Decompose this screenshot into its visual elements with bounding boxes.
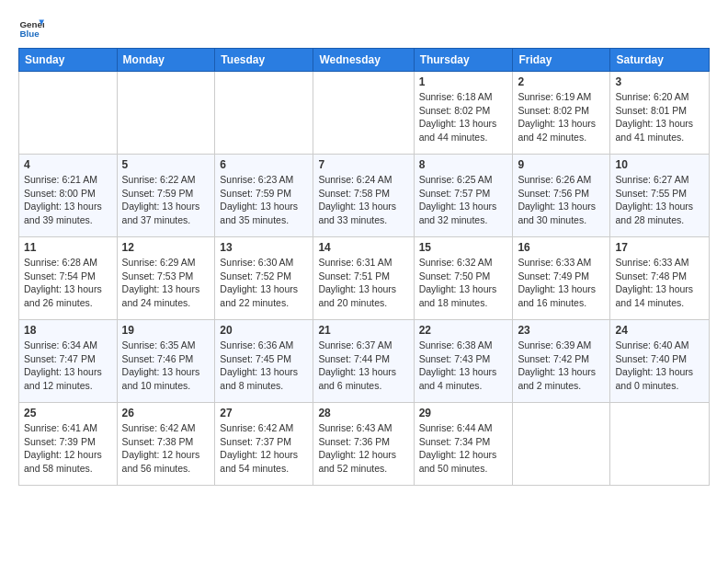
weekday-tuesday: Tuesday	[215, 49, 313, 72]
calendar-cell: 13Sunrise: 6:30 AM Sunset: 7:52 PM Dayli…	[215, 237, 313, 320]
day-detail: Sunrise: 6:30 AM Sunset: 7:52 PM Dayligh…	[220, 256, 308, 310]
calendar-cell: 8Sunrise: 6:25 AM Sunset: 7:57 PM Daylig…	[414, 155, 513, 237]
logo-icon: General Blue	[18, 15, 44, 40]
calendar-cell: 12Sunrise: 6:29 AM Sunset: 7:53 PM Dayli…	[117, 237, 215, 320]
day-detail: Sunrise: 6:37 AM Sunset: 7:44 PM Dayligh…	[318, 339, 408, 393]
day-detail: Sunrise: 6:40 AM Sunset: 7:40 PM Dayligh…	[615, 339, 704, 393]
day-detail: Sunrise: 6:35 AM Sunset: 7:46 PM Dayligh…	[122, 339, 210, 393]
weekday-header-row: SundayMondayTuesdayWednesdayThursdayFrid…	[19, 49, 710, 72]
calendar-cell: 3Sunrise: 6:20 AM Sunset: 8:01 PM Daylig…	[610, 72, 710, 155]
weekday-friday: Friday	[513, 49, 610, 72]
calendar-cell: 23Sunrise: 6:39 AM Sunset: 7:42 PM Dayli…	[513, 320, 610, 403]
calendar-cell	[513, 403, 610, 486]
page-header: General Blue	[18, 15, 710, 40]
calendar-cell	[117, 72, 215, 155]
day-number: 4	[24, 158, 112, 171]
day-number: 17	[615, 241, 704, 254]
calendar-cell: 29Sunrise: 6:44 AM Sunset: 7:34 PM Dayli…	[414, 403, 513, 486]
day-detail: Sunrise: 6:38 AM Sunset: 7:43 PM Dayligh…	[419, 339, 508, 393]
calendar-cell: 9Sunrise: 6:26 AM Sunset: 7:56 PM Daylig…	[513, 155, 610, 237]
calendar-table: SundayMondayTuesdayWednesdayThursdayFrid…	[18, 48, 710, 486]
calendar-cell: 10Sunrise: 6:27 AM Sunset: 7:55 PM Dayli…	[610, 155, 710, 237]
calendar-cell: 6Sunrise: 6:23 AM Sunset: 7:59 PM Daylig…	[215, 155, 313, 237]
day-detail: Sunrise: 6:24 AM Sunset: 7:58 PM Dayligh…	[318, 173, 408, 227]
day-number: 24	[615, 324, 704, 337]
day-number: 23	[518, 324, 605, 337]
day-number: 13	[220, 241, 308, 254]
weekday-monday: Monday	[117, 49, 215, 72]
calendar-week-3: 18Sunrise: 6:34 AM Sunset: 7:47 PM Dayli…	[19, 320, 710, 403]
day-number: 11	[24, 241, 112, 254]
day-number: 20	[220, 324, 308, 337]
day-detail: Sunrise: 6:43 AM Sunset: 7:36 PM Dayligh…	[318, 421, 408, 476]
weekday-saturday: Saturday	[610, 49, 710, 72]
calendar-week-1: 4Sunrise: 6:21 AM Sunset: 8:00 PM Daylig…	[19, 155, 710, 237]
calendar-cell: 27Sunrise: 6:42 AM Sunset: 7:37 PM Dayli…	[215, 403, 313, 486]
day-number: 28	[318, 407, 408, 419]
calendar-header: SundayMondayTuesdayWednesdayThursdayFrid…	[19, 49, 710, 72]
weekday-sunday: Sunday	[19, 49, 118, 72]
day-detail: Sunrise: 6:18 AM Sunset: 8:02 PM Dayligh…	[419, 90, 508, 144]
logo: General Blue	[18, 15, 48, 40]
calendar-cell: 1Sunrise: 6:18 AM Sunset: 8:02 PM Daylig…	[414, 72, 513, 155]
day-number: 29	[419, 407, 508, 419]
calendar-cell	[313, 72, 414, 155]
day-detail: Sunrise: 6:22 AM Sunset: 7:59 PM Dayligh…	[122, 173, 210, 227]
calendar-cell: 14Sunrise: 6:31 AM Sunset: 7:51 PM Dayli…	[313, 237, 414, 320]
day-number: 21	[318, 324, 408, 337]
day-number: 5	[122, 158, 210, 171]
day-number: 1	[419, 75, 508, 88]
calendar-cell: 18Sunrise: 6:34 AM Sunset: 7:47 PM Dayli…	[19, 320, 118, 403]
day-detail: Sunrise: 6:34 AM Sunset: 7:47 PM Dayligh…	[24, 339, 112, 393]
day-number: 12	[122, 241, 210, 254]
calendar-cell: 7Sunrise: 6:24 AM Sunset: 7:58 PM Daylig…	[313, 155, 414, 237]
day-number: 2	[518, 75, 605, 88]
day-detail: Sunrise: 6:41 AM Sunset: 7:39 PM Dayligh…	[24, 421, 112, 476]
calendar-week-4: 25Sunrise: 6:41 AM Sunset: 7:39 PM Dayli…	[19, 403, 710, 486]
calendar-cell: 21Sunrise: 6:37 AM Sunset: 7:44 PM Dayli…	[313, 320, 414, 403]
weekday-thursday: Thursday	[414, 49, 513, 72]
calendar-cell: 17Sunrise: 6:33 AM Sunset: 7:48 PM Dayli…	[610, 237, 710, 320]
day-detail: Sunrise: 6:20 AM Sunset: 8:01 PM Dayligh…	[615, 90, 704, 144]
svg-text:Blue: Blue	[19, 29, 40, 39]
day-number: 26	[122, 407, 210, 419]
day-detail: Sunrise: 6:44 AM Sunset: 7:34 PM Dayligh…	[419, 421, 508, 476]
calendar-cell: 20Sunrise: 6:36 AM Sunset: 7:45 PM Dayli…	[215, 320, 313, 403]
calendar-cell	[610, 403, 710, 486]
day-detail: Sunrise: 6:42 AM Sunset: 7:38 PM Dayligh…	[122, 421, 210, 476]
day-detail: Sunrise: 6:33 AM Sunset: 7:49 PM Dayligh…	[518, 256, 605, 310]
day-number: 15	[419, 241, 508, 254]
calendar-cell: 24Sunrise: 6:40 AM Sunset: 7:40 PM Dayli…	[610, 320, 710, 403]
day-detail: Sunrise: 6:29 AM Sunset: 7:53 PM Dayligh…	[122, 256, 210, 310]
day-detail: Sunrise: 6:21 AM Sunset: 8:00 PM Dayligh…	[24, 173, 112, 227]
day-number: 19	[122, 324, 210, 337]
day-number: 6	[220, 158, 308, 171]
day-number: 14	[318, 241, 408, 254]
calendar-cell: 22Sunrise: 6:38 AM Sunset: 7:43 PM Dayli…	[414, 320, 513, 403]
calendar-cell	[19, 72, 118, 155]
day-number: 7	[318, 158, 408, 171]
calendar-cell: 4Sunrise: 6:21 AM Sunset: 8:00 PM Daylig…	[19, 155, 118, 237]
calendar-cell: 15Sunrise: 6:32 AM Sunset: 7:50 PM Dayli…	[414, 237, 513, 320]
day-detail: Sunrise: 6:39 AM Sunset: 7:42 PM Dayligh…	[518, 339, 605, 393]
calendar-week-0: 1Sunrise: 6:18 AM Sunset: 8:02 PM Daylig…	[19, 72, 710, 155]
day-number: 10	[615, 158, 704, 171]
calendar-week-2: 11Sunrise: 6:28 AM Sunset: 7:54 PM Dayli…	[19, 237, 710, 320]
day-detail: Sunrise: 6:33 AM Sunset: 7:48 PM Dayligh…	[615, 256, 704, 310]
calendar-cell: 28Sunrise: 6:43 AM Sunset: 7:36 PM Dayli…	[313, 403, 414, 486]
day-number: 27	[220, 407, 308, 419]
day-detail: Sunrise: 6:32 AM Sunset: 7:50 PM Dayligh…	[419, 256, 508, 310]
day-number: 22	[419, 324, 508, 337]
day-number: 8	[419, 158, 508, 171]
day-number: 16	[518, 241, 605, 254]
day-detail: Sunrise: 6:26 AM Sunset: 7:56 PM Dayligh…	[518, 173, 605, 227]
day-number: 9	[518, 158, 605, 171]
day-detail: Sunrise: 6:27 AM Sunset: 7:55 PM Dayligh…	[615, 173, 704, 227]
calendar-cell: 25Sunrise: 6:41 AM Sunset: 7:39 PM Dayli…	[19, 403, 118, 486]
calendar-cell: 19Sunrise: 6:35 AM Sunset: 7:46 PM Dayli…	[117, 320, 215, 403]
weekday-wednesday: Wednesday	[313, 49, 414, 72]
calendar-body: 1Sunrise: 6:18 AM Sunset: 8:02 PM Daylig…	[19, 72, 710, 486]
calendar-cell	[215, 72, 313, 155]
day-detail: Sunrise: 6:23 AM Sunset: 7:59 PM Dayligh…	[220, 173, 308, 227]
day-detail: Sunrise: 6:31 AM Sunset: 7:51 PM Dayligh…	[318, 256, 408, 310]
